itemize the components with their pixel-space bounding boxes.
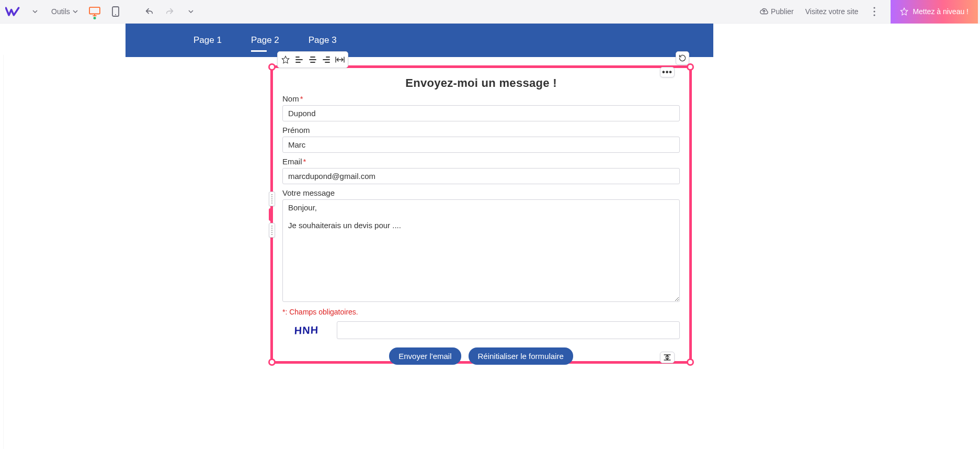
kebab-icon bbox=[873, 7, 875, 16]
publish-button[interactable]: Publier bbox=[755, 4, 798, 19]
align-right-button[interactable] bbox=[320, 53, 333, 66]
input-prenom[interactable] bbox=[282, 137, 680, 153]
mobile-icon bbox=[112, 6, 119, 17]
label-prenom: Prénom bbox=[282, 126, 680, 134]
stretch-width-button[interactable] bbox=[334, 53, 346, 66]
redo-button[interactable] bbox=[161, 3, 179, 20]
svg-point-3 bbox=[874, 7, 875, 8]
label-message: Votre message bbox=[282, 188, 680, 197]
required-marker: * bbox=[300, 94, 303, 103]
stretch-icon bbox=[335, 56, 345, 63]
site-navbar: Page 1 Page 2 Page 3 bbox=[126, 24, 713, 57]
element-align-toolbar bbox=[277, 51, 348, 68]
required-marker: * bbox=[303, 157, 306, 166]
submit-button[interactable]: Envoyer l'email bbox=[389, 347, 461, 365]
label-email-text: Email bbox=[282, 157, 302, 166]
align-left-icon bbox=[295, 56, 303, 63]
device-mobile-button[interactable] bbox=[107, 3, 124, 20]
contact-form-block: Envoyez-moi un message ! Nom* Prénom Ema… bbox=[275, 70, 687, 359]
resize-handle-top-left[interactable] bbox=[268, 63, 276, 71]
device-desktop-button[interactable] bbox=[86, 3, 104, 20]
input-message[interactable] bbox=[282, 199, 680, 302]
visit-site-label: Visitez votre site bbox=[805, 7, 859, 16]
app-logo[interactable] bbox=[2, 6, 23, 17]
input-email[interactable] bbox=[282, 168, 680, 184]
favorite-button[interactable] bbox=[279, 53, 292, 66]
align-left-button[interactable] bbox=[293, 53, 305, 66]
svg-point-4 bbox=[874, 10, 875, 12]
label-email: Email* bbox=[282, 157, 680, 166]
desktop-icon bbox=[89, 7, 100, 16]
captcha-row: HNH bbox=[282, 321, 680, 339]
chevron-down-icon bbox=[72, 8, 78, 15]
label-nom: Nom* bbox=[282, 94, 680, 103]
field-message: Votre message bbox=[282, 188, 680, 304]
input-captcha[interactable] bbox=[337, 321, 680, 339]
undo-icon bbox=[144, 7, 154, 16]
star-icon bbox=[900, 7, 908, 16]
svg-point-2 bbox=[115, 14, 116, 15]
selected-element-frame[interactable]: ••• Envoyez-moi un message ! Nom* Préno bbox=[270, 65, 692, 364]
form-title: Envoyez-moi un message ! bbox=[282, 76, 680, 90]
drag-handle-icon bbox=[269, 192, 275, 206]
resize-handle-mid-left[interactable] bbox=[269, 192, 275, 238]
nav-item-page-3[interactable]: Page 3 bbox=[309, 31, 337, 50]
chevron-down-icon bbox=[32, 8, 38, 15]
star-icon bbox=[281, 55, 290, 64]
topbar-right: Publier Visitez votre site Mettez à nive… bbox=[755, 0, 978, 24]
upgrade-label: Mettez à niveau ! bbox=[913, 7, 968, 16]
logo-menu-dropdown[interactable] bbox=[26, 3, 44, 20]
svg-rect-0 bbox=[89, 7, 100, 14]
field-nom: Nom* bbox=[282, 94, 680, 121]
captcha-image: HNH bbox=[282, 320, 331, 340]
editor-stage[interactable]: Page 1 Page 2 Page 3 ••• bbox=[0, 24, 980, 449]
upgrade-button[interactable]: Mettez à niveau ! bbox=[891, 0, 978, 24]
align-center-button[interactable] bbox=[306, 53, 319, 66]
tools-menu[interactable]: Outils bbox=[47, 4, 83, 19]
stage-left-ruler bbox=[3, 55, 4, 449]
undo-button[interactable] bbox=[140, 3, 158, 20]
field-email: Email* bbox=[282, 157, 680, 184]
editor-topbar: Outils Publier Visitez votre site bbox=[0, 0, 980, 24]
nav-item-page-2[interactable]: Page 2 bbox=[251, 31, 279, 50]
chevron-down-icon bbox=[188, 8, 194, 15]
align-center-icon bbox=[309, 56, 317, 63]
publish-label: Publier bbox=[771, 7, 794, 16]
visit-site-button[interactable]: Visitez votre site bbox=[801, 4, 863, 19]
mid-left-bar bbox=[269, 208, 272, 221]
resize-handle-bottom-left[interactable] bbox=[268, 358, 276, 366]
rotate-icon bbox=[678, 54, 687, 62]
history-dropdown[interactable] bbox=[182, 3, 200, 20]
more-menu-button[interactable] bbox=[865, 3, 883, 20]
cloud-upload-icon bbox=[759, 7, 769, 16]
align-right-icon bbox=[322, 56, 331, 63]
topbar-left: Outils bbox=[2, 3, 200, 20]
svg-point-5 bbox=[874, 14, 875, 16]
mandatory-note: *: Champs obligatoires. bbox=[282, 308, 680, 316]
reset-button[interactable]: Réinitialiser le formulaire bbox=[469, 347, 573, 365]
input-nom[interactable] bbox=[282, 105, 680, 121]
field-prenom: Prénom bbox=[282, 126, 680, 153]
redo-icon bbox=[165, 7, 175, 16]
canvas-page[interactable]: Page 1 Page 2 Page 3 ••• bbox=[126, 24, 713, 57]
resize-handle-bottom-right[interactable] bbox=[687, 358, 694, 366]
reset-rotation-button[interactable] bbox=[676, 51, 689, 65]
nav-item-page-1[interactable]: Page 1 bbox=[193, 31, 222, 50]
label-nom-text: Nom bbox=[282, 94, 299, 103]
drag-handle-icon bbox=[269, 223, 275, 238]
element-top-right-controls bbox=[676, 51, 689, 65]
form-buttons: Envoyer l'email Réinitialiser le formula… bbox=[282, 347, 680, 365]
tools-menu-label: Outils bbox=[51, 7, 70, 16]
resize-handle-top-right[interactable] bbox=[687, 63, 694, 71]
